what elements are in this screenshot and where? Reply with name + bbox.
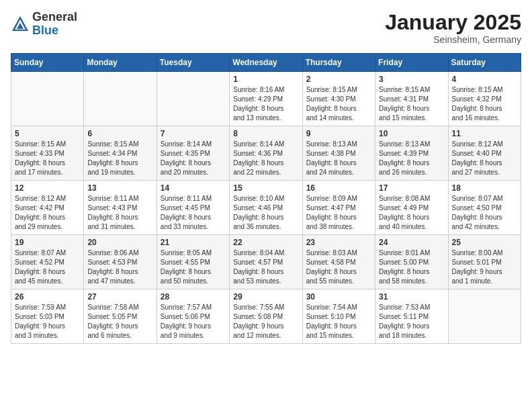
day-info: Sunrise: 8:14 AM Sunset: 4:35 PM Dayligh…: [161, 140, 226, 177]
month-title: January 2025: [385, 11, 521, 34]
day-number: 13: [87, 183, 152, 193]
calendar-cell: [84, 72, 157, 126]
day-info: Sunrise: 8:07 AM Sunset: 4:50 PM Dayligh…: [452, 194, 517, 232]
calendar-cell: 17Sunrise: 8:08 AM Sunset: 4:49 PM Dayli…: [375, 181, 448, 235]
calendar-cell: 19Sunrise: 8:07 AM Sunset: 4:52 PM Dayli…: [11, 235, 84, 289]
day-info: Sunrise: 8:08 AM Sunset: 4:49 PM Dayligh…: [379, 194, 444, 232]
day-info: Sunrise: 8:15 AM Sunset: 4:31 PM Dayligh…: [379, 85, 444, 123]
calendar-cell: [11, 72, 84, 126]
logo-general: General: [32, 10, 77, 24]
day-number: 29: [233, 292, 298, 302]
calendar-week-row: 26Sunrise: 7:59 AM Sunset: 5:03 PM Dayli…: [11, 289, 521, 344]
day-number: 15: [233, 183, 298, 193]
logo-text: General Blue: [32, 11, 77, 38]
day-info: Sunrise: 7:55 AM Sunset: 5:08 PM Dayligh…: [233, 303, 298, 340]
day-number: 24: [379, 238, 444, 247]
day-number: 3: [379, 75, 444, 84]
calendar-cell: 4Sunrise: 8:15 AM Sunset: 4:32 PM Daylig…: [448, 72, 521, 126]
day-info: Sunrise: 7:53 AM Sunset: 5:11 PM Dayligh…: [379, 303, 444, 340]
day-number: 4: [452, 75, 517, 84]
calendar-cell: 26Sunrise: 7:59 AM Sunset: 5:03 PM Dayli…: [11, 289, 84, 344]
calendar-cell: 20Sunrise: 8:06 AM Sunset: 4:53 PM Dayli…: [84, 235, 157, 289]
day-info: Sunrise: 8:11 AM Sunset: 4:43 PM Dayligh…: [87, 194, 152, 232]
calendar: SundayMondayTuesdayWednesdayThursdayFrid…: [11, 53, 521, 344]
calendar-cell: 13Sunrise: 8:11 AM Sunset: 4:43 PM Dayli…: [84, 181, 157, 235]
calendar-cell: 3Sunrise: 8:15 AM Sunset: 4:31 PM Daylig…: [375, 72, 448, 126]
calendar-cell: 28Sunrise: 7:57 AM Sunset: 5:06 PM Dayli…: [157, 289, 229, 344]
calendar-cell: 16Sunrise: 8:09 AM Sunset: 4:47 PM Dayli…: [302, 181, 375, 235]
calendar-cell: 2Sunrise: 8:15 AM Sunset: 4:30 PM Daylig…: [302, 72, 375, 126]
calendar-cell: [157, 72, 229, 126]
calendar-week-row: 19Sunrise: 8:07 AM Sunset: 4:52 PM Dayli…: [11, 235, 521, 289]
day-number: 5: [15, 129, 80, 138]
day-number: 25: [452, 238, 517, 247]
day-info: Sunrise: 8:16 AM Sunset: 4:29 PM Dayligh…: [233, 85, 298, 123]
day-number: 19: [15, 238, 80, 247]
day-number: 12: [15, 183, 80, 193]
weekday-header: Tuesday: [157, 54, 229, 72]
day-number: 9: [306, 129, 371, 138]
weekday-header: Sunday: [11, 54, 84, 72]
calendar-cell: 24Sunrise: 8:01 AM Sunset: 5:00 PM Dayli…: [375, 235, 448, 289]
day-info: Sunrise: 7:54 AM Sunset: 5:10 PM Dayligh…: [306, 303, 371, 340]
day-number: 14: [161, 183, 226, 193]
day-info: Sunrise: 8:13 AM Sunset: 4:39 PM Dayligh…: [379, 140, 444, 177]
day-info: Sunrise: 8:12 AM Sunset: 4:42 PM Dayligh…: [15, 194, 80, 232]
calendar-week-row: 1Sunrise: 8:16 AM Sunset: 4:29 PM Daylig…: [11, 72, 521, 126]
weekday-header: Friday: [375, 54, 448, 72]
day-number: 7: [161, 129, 226, 138]
calendar-cell: 31Sunrise: 7:53 AM Sunset: 5:11 PM Dayli…: [375, 289, 448, 344]
day-info: Sunrise: 7:59 AM Sunset: 5:03 PM Dayligh…: [15, 303, 80, 340]
day-info: Sunrise: 8:01 AM Sunset: 5:00 PM Dayligh…: [379, 248, 444, 286]
day-info: Sunrise: 8:03 AM Sunset: 4:58 PM Dayligh…: [306, 248, 371, 286]
day-info: Sunrise: 8:06 AM Sunset: 4:53 PM Dayligh…: [87, 248, 152, 286]
day-info: Sunrise: 8:15 AM Sunset: 4:34 PM Dayligh…: [87, 140, 152, 177]
page-header: General Blue January 2025 Seinsheim, Ger…: [11, 11, 521, 45]
day-number: 8: [233, 129, 298, 138]
day-info: Sunrise: 8:04 AM Sunset: 4:57 PM Dayligh…: [233, 248, 298, 286]
title-block: January 2025 Seinsheim, Germany: [385, 11, 521, 45]
day-info: Sunrise: 8:12 AM Sunset: 4:40 PM Dayligh…: [452, 140, 517, 177]
calendar-cell: 25Sunrise: 8:00 AM Sunset: 5:01 PM Dayli…: [448, 235, 521, 289]
calendar-cell: 23Sunrise: 8:03 AM Sunset: 4:58 PM Dayli…: [302, 235, 375, 289]
day-info: Sunrise: 8:15 AM Sunset: 4:30 PM Dayligh…: [306, 85, 371, 123]
day-number: 1: [233, 75, 298, 84]
calendar-cell: 22Sunrise: 8:04 AM Sunset: 4:57 PM Dayli…: [230, 235, 302, 289]
day-info: Sunrise: 8:13 AM Sunset: 4:38 PM Dayligh…: [306, 140, 371, 177]
logo-blue: Blue: [32, 24, 58, 37]
weekday-header: Thursday: [302, 54, 375, 72]
calendar-cell: 15Sunrise: 8:10 AM Sunset: 4:46 PM Dayli…: [230, 181, 302, 235]
day-info: Sunrise: 7:58 AM Sunset: 5:05 PM Dayligh…: [87, 303, 152, 340]
day-info: Sunrise: 8:15 AM Sunset: 4:32 PM Dayligh…: [452, 85, 517, 123]
day-info: Sunrise: 8:14 AM Sunset: 4:36 PM Dayligh…: [233, 140, 298, 177]
calendar-cell: 9Sunrise: 8:13 AM Sunset: 4:38 PM Daylig…: [302, 126, 375, 181]
day-number: 18: [452, 183, 517, 193]
calendar-cell: 1Sunrise: 8:16 AM Sunset: 4:29 PM Daylig…: [230, 72, 302, 126]
calendar-cell: [448, 289, 521, 344]
calendar-cell: 6Sunrise: 8:15 AM Sunset: 4:34 PM Daylig…: [84, 126, 157, 181]
day-info: Sunrise: 8:09 AM Sunset: 4:47 PM Dayligh…: [306, 194, 371, 232]
calendar-cell: 11Sunrise: 8:12 AM Sunset: 4:40 PM Dayli…: [448, 126, 521, 181]
weekday-header: Monday: [84, 54, 157, 72]
logo-icon: [11, 15, 30, 34]
day-number: 23: [306, 238, 371, 247]
weekday-header-row: SundayMondayTuesdayWednesdayThursdayFrid…: [11, 54, 521, 72]
calendar-cell: 30Sunrise: 7:54 AM Sunset: 5:10 PM Dayli…: [302, 289, 375, 344]
calendar-cell: 10Sunrise: 8:13 AM Sunset: 4:39 PM Dayli…: [375, 126, 448, 181]
calendar-cell: 14Sunrise: 8:11 AM Sunset: 4:45 PM Dayli…: [157, 181, 229, 235]
calendar-cell: 29Sunrise: 7:55 AM Sunset: 5:08 PM Dayli…: [230, 289, 302, 344]
day-number: 16: [306, 183, 371, 193]
day-info: Sunrise: 8:10 AM Sunset: 4:46 PM Dayligh…: [233, 194, 298, 232]
day-info: Sunrise: 8:07 AM Sunset: 4:52 PM Dayligh…: [15, 248, 80, 286]
day-number: 21: [161, 238, 226, 247]
logo: General Blue: [11, 11, 77, 38]
day-number: 2: [306, 75, 371, 84]
day-info: Sunrise: 8:15 AM Sunset: 4:33 PM Dayligh…: [15, 140, 80, 177]
calendar-week-row: 12Sunrise: 8:12 AM Sunset: 4:42 PM Dayli…: [11, 181, 521, 235]
calendar-week-row: 5Sunrise: 8:15 AM Sunset: 4:33 PM Daylig…: [11, 126, 521, 181]
weekday-header: Wednesday: [230, 54, 302, 72]
calendar-cell: 21Sunrise: 8:05 AM Sunset: 4:55 PM Dayli…: [157, 235, 229, 289]
day-number: 10: [379, 129, 444, 138]
day-number: 26: [15, 292, 80, 302]
day-number: 31: [379, 292, 444, 302]
